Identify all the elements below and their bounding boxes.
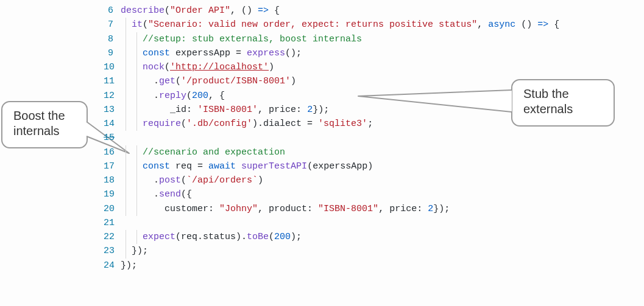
token: 200 xyxy=(274,232,291,242)
code-line: 11 .get('/product/ISBN-8001') xyxy=(104,74,559,88)
line-number: 19 xyxy=(104,187,121,201)
token: (); xyxy=(285,48,302,58)
code-line: 18 .post(`/api/orders`) xyxy=(104,173,559,187)
code-line: 17 const req = await superTestAPI(expers… xyxy=(104,159,559,173)
token: send xyxy=(159,189,181,200)
token: const xyxy=(143,161,170,172)
token: experssApp xyxy=(170,48,236,58)
token: `/api/orders` xyxy=(186,175,258,186)
token: describe xyxy=(121,5,165,16)
token: ( xyxy=(165,62,170,72)
code-line: 9 const experssApp = express(); xyxy=(104,46,559,60)
token: product xyxy=(269,204,307,214)
token: 'ISBN-8001' xyxy=(197,105,258,115)
token: { xyxy=(548,19,559,30)
token: , () xyxy=(230,5,258,16)
line-number: 16 xyxy=(104,145,121,159)
line-number: 21 xyxy=(104,216,121,230)
token: (experssApp) xyxy=(307,161,373,172)
line-number: 23 xyxy=(104,244,121,258)
line-number: 24 xyxy=(104,259,121,273)
token: "Order API" xyxy=(170,5,230,16)
line-number: 13 xyxy=(104,103,121,117)
line-number: 11 xyxy=(104,74,121,88)
token: => xyxy=(258,5,269,16)
token: () xyxy=(515,19,537,30)
line-number: 22 xyxy=(104,230,121,244)
token: ) xyxy=(291,76,296,86)
token: '/product/ISBN-8001' xyxy=(181,76,291,86)
token: ( xyxy=(186,91,192,101)
token: it xyxy=(132,19,143,30)
line-number: 6 xyxy=(104,4,121,18)
token: => xyxy=(537,19,548,30)
line-number: 17 xyxy=(104,159,121,173)
token: express xyxy=(247,48,285,58)
token: ( xyxy=(269,232,274,242)
token: "ISBN-8001" xyxy=(318,204,378,214)
line-number: 15 xyxy=(104,131,121,145)
code-line: 6 describe("Order API", () => { xyxy=(104,4,559,18)
token: //setup: stub externals, boost internals xyxy=(143,34,362,44)
code-line: 14 require('.db/config').dialect = 'sqli… xyxy=(104,117,559,131)
token: await xyxy=(208,161,236,172)
token: }); xyxy=(121,260,137,271)
token: 'http://localhost' xyxy=(170,62,269,72)
code-line: 21 xyxy=(104,216,559,230)
token: }); xyxy=(132,246,148,256)
code-line: 19 .send({ xyxy=(104,187,559,201)
token: price xyxy=(389,204,417,214)
token: async xyxy=(488,19,515,30)
code-line: 20 customer: "Johny", product: "ISBN-800… xyxy=(104,202,559,216)
token: "Johny" xyxy=(219,204,258,214)
token: ({ xyxy=(181,189,192,200)
token: reply xyxy=(159,91,186,101)
token: post xyxy=(159,175,181,186)
token: = xyxy=(236,48,247,58)
token: 2 xyxy=(428,204,433,214)
callout-boost-internals: Boost the internals xyxy=(1,101,88,148)
token: }); xyxy=(313,105,329,115)
token: { xyxy=(269,5,280,16)
token: , { xyxy=(208,91,225,101)
callout-text: Boost the xyxy=(13,108,76,123)
token: superTestAPI xyxy=(241,161,307,172)
code-line: 8 //setup: stub externals, boost interna… xyxy=(104,32,559,46)
line-number: 20 xyxy=(104,202,121,216)
token: (req.status). xyxy=(175,232,247,242)
token: , xyxy=(477,19,488,30)
code-editor: 6 describe("Order API", () => { 7 it("Sc… xyxy=(104,4,559,273)
token: 200 xyxy=(192,91,208,101)
token: = xyxy=(197,161,208,172)
code-line: 10 nock('http://localhost') xyxy=(104,60,559,74)
token: 2 xyxy=(307,105,313,115)
line-number: 14 xyxy=(104,117,121,131)
token: }); xyxy=(433,204,450,214)
line-number: 9 xyxy=(104,46,121,60)
code-line: 16 //scenario and expectation xyxy=(104,145,559,159)
token: req xyxy=(170,161,197,172)
token: 'sqlite3' xyxy=(318,119,367,129)
code-line: 12 .reply(200, { xyxy=(104,89,559,103)
token: expect xyxy=(143,232,175,242)
line-number: 8 xyxy=(104,32,121,46)
code-line: 15 xyxy=(104,131,559,145)
token: _id xyxy=(170,105,186,115)
callout-text: internals xyxy=(13,123,76,139)
line-number: 10 xyxy=(104,60,121,74)
token: customer xyxy=(165,204,208,214)
token: require xyxy=(143,119,181,129)
token: "Scenario: valid new order, expect: retu… xyxy=(148,19,477,30)
code-line: 24 }); xyxy=(104,259,559,273)
token: price xyxy=(269,105,296,115)
code-line: 7 it("Scenario: valid new order, expect:… xyxy=(104,18,559,32)
token: ).dialect xyxy=(252,119,307,129)
code-line: 22 expect(req.status).toBe(200); xyxy=(104,230,559,244)
token: ) xyxy=(258,175,263,186)
token: toBe xyxy=(247,232,269,242)
token: nock xyxy=(143,62,165,72)
token: ) xyxy=(269,62,274,72)
token: ); xyxy=(291,232,302,242)
token: ; xyxy=(367,119,373,129)
token: = xyxy=(307,119,318,129)
